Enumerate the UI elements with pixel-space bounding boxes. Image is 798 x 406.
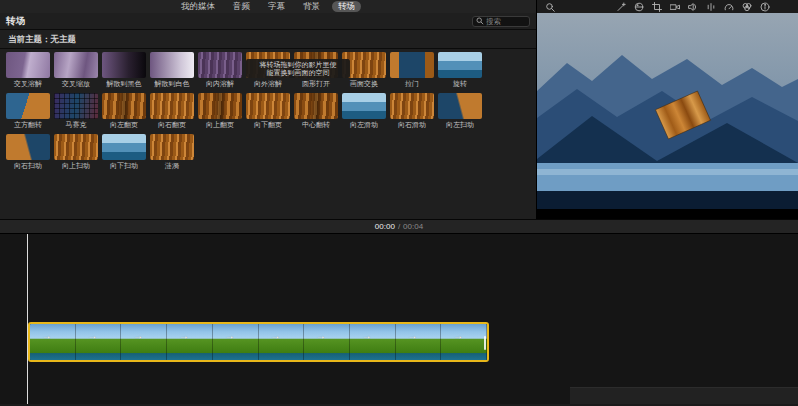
transition-label: 拉门	[405, 80, 419, 88]
transition-item[interactable]: 向内溶解	[196, 52, 244, 88]
clip-trim-handle[interactable]	[484, 336, 486, 350]
drag-hint-line2: 能置换到画面的空间	[248, 69, 348, 77]
transition-label: 交叉溶解	[14, 80, 42, 88]
transition-thumbnail[interactable]	[6, 52, 50, 78]
viewer-panel	[537, 0, 798, 219]
transition-label: 向右扫动	[14, 162, 42, 170]
transition-item[interactable]: 旋转	[436, 52, 484, 88]
transition-thumbnail[interactable]	[150, 52, 194, 78]
browser-header: 转场	[0, 13, 536, 30]
transition-label: 向左扫动	[446, 121, 474, 129]
transition-thumbnail[interactable]	[246, 93, 290, 119]
transition-item[interactable]: 向下翻页	[244, 93, 292, 129]
transition-thumbnail[interactable]	[6, 93, 50, 119]
drag-hint-line1: 将转场拖到你的影片里便	[248, 61, 348, 69]
transition-label: 向下扫动	[110, 162, 138, 170]
transition-item[interactable]: 向右扫动	[4, 134, 52, 170]
viewer-toolbar-icons	[615, 1, 770, 12]
color-balance-icon[interactable]	[615, 1, 626, 12]
transition-thumbnail[interactable]	[438, 52, 482, 78]
transition-thumbnail[interactable]	[150, 93, 194, 119]
transition-item[interactable]: 向左翻页	[100, 93, 148, 129]
transition-item[interactable]: 涟漪	[148, 134, 196, 170]
search-icon	[476, 17, 484, 25]
transition-thumbnail[interactable]	[6, 134, 50, 160]
color-correction-icon[interactable]	[633, 1, 644, 12]
clip-frame	[30, 324, 76, 360]
transition-thumbnail[interactable]	[54, 93, 98, 119]
transition-thumbnail[interactable]	[390, 52, 434, 78]
current-time: 00:00	[375, 222, 395, 231]
effects-icon[interactable]	[741, 1, 752, 12]
transition-item[interactable]: 中心翻转	[292, 93, 340, 129]
search-box[interactable]	[472, 16, 530, 27]
skim-icon[interactable]	[544, 1, 555, 12]
speed-icon[interactable]	[723, 1, 734, 12]
crop-icon[interactable]	[651, 1, 662, 12]
transition-thumbnail[interactable]	[390, 93, 434, 119]
transition-thumbnail[interactable]	[198, 52, 242, 78]
transition-label: 向内溶解	[206, 80, 234, 88]
transition-thumbnail[interactable]	[102, 134, 146, 160]
transition-label: 中心翻转	[302, 121, 330, 129]
clip-frame	[76, 324, 122, 360]
transition-thumbnail[interactable]	[102, 93, 146, 119]
drag-hint-tooltip: 将转场拖到你的影片里便 能置换到画面的空间	[246, 59, 350, 78]
transition-label: 向外溶解	[254, 80, 282, 88]
clip-frame	[304, 324, 350, 360]
noise-reduction-icon[interactable]	[705, 1, 716, 12]
transition-item[interactable]: 解散到黑色	[100, 52, 148, 88]
top-section: 我的媒体音频字幕背景转场 转场 当前主题：无主题 将转场拖到你的影片里便	[0, 0, 798, 219]
transition-item[interactable]: 拉门	[388, 52, 436, 88]
transition-thumbnail[interactable]	[294, 93, 338, 119]
playhead[interactable]	[27, 234, 28, 404]
clip-frame	[167, 324, 213, 360]
transition-thumbnail[interactable]	[198, 93, 242, 119]
transition-item[interactable]: 向下扫动	[100, 134, 148, 170]
transition-item[interactable]: 向左扫动	[436, 93, 484, 129]
video-clip[interactable]	[28, 322, 489, 362]
transition-item[interactable]: 向上翻页	[196, 93, 244, 129]
time-separator: /	[398, 222, 400, 231]
transition-label: 旋转	[453, 80, 467, 88]
transition-thumbnail[interactable]	[342, 93, 386, 119]
tab-transitions[interactable]: 转场	[332, 1, 361, 12]
search-input[interactable]	[486, 17, 526, 26]
tab-backgrounds[interactable]: 背景	[297, 1, 326, 12]
transition-label: 立方翻转	[14, 121, 42, 129]
transition-item[interactable]: 交叉缩放	[52, 52, 100, 88]
tab-titles[interactable]: 字幕	[262, 1, 291, 12]
tab-my-media[interactable]: 我的媒体	[175, 1, 221, 12]
transition-label: 涟漪	[165, 162, 179, 170]
tab-audio[interactable]: 音频	[227, 1, 256, 12]
transition-thumbnail[interactable]	[438, 93, 482, 119]
clip-frame	[121, 324, 167, 360]
transition-label: 向下翻页	[254, 121, 282, 129]
transition-item[interactable]: 向左滑动	[340, 93, 388, 129]
transition-label: 向上扫动	[62, 162, 90, 170]
transition-item[interactable]: 马赛克	[52, 93, 100, 129]
timeline-area[interactable]	[0, 234, 798, 404]
clip-frame	[441, 324, 487, 360]
stabilization-icon[interactable]	[669, 1, 680, 12]
transition-item[interactable]: 向右滑动	[388, 93, 436, 129]
transitions-grid: 将转场拖到你的影片里便 能置换到画面的空间 交叉溶解交叉缩放解散到黑色解散到白色…	[0, 49, 490, 175]
total-duration: 00:04	[403, 222, 423, 231]
transition-item[interactable]: 立方翻转	[4, 93, 52, 129]
transition-item[interactable]: 交叉溶解	[4, 52, 52, 88]
transition-thumbnail[interactable]	[54, 52, 98, 78]
transition-thumbnail[interactable]	[102, 52, 146, 78]
transition-item[interactable]: 向上扫动	[52, 134, 100, 170]
transition-thumbnail[interactable]	[54, 134, 98, 160]
transition-label: 马赛克	[66, 121, 87, 129]
clip-frame	[396, 324, 442, 360]
volume-icon[interactable]	[687, 1, 698, 12]
imovie-window: 我的媒体音频字幕背景转场 转场 当前主题：无主题 将转场拖到你的影片里便	[0, 0, 798, 406]
info-icon[interactable]	[759, 1, 770, 12]
transition-item[interactable]: 向右翻页	[148, 93, 196, 129]
transition-item[interactable]: 解散到白色	[148, 52, 196, 88]
viewer-video-area[interactable]	[537, 13, 798, 219]
transition-thumbnail[interactable]	[150, 134, 194, 160]
timeline-toolbar: 00:00 / 00:04	[0, 219, 798, 234]
transition-label: 圆形打开	[302, 80, 330, 88]
